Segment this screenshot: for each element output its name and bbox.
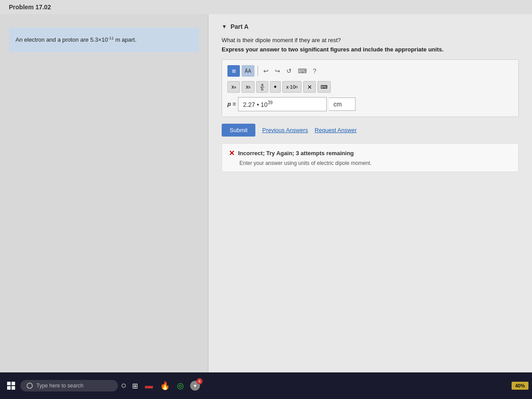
part-label: Part A [231,23,249,30]
main-content: An electron and a proton are 5.3×10-11 m… [0,14,532,387]
sci-notation-btn[interactable]: x·10n [282,81,302,93]
undo-icon[interactable]: ↩ [261,66,271,76]
answer-unit[interactable]: cm [329,98,356,111]
error-box: ✕ Incorrect; Try Again; 3 attempts remai… [222,143,519,172]
submit-button[interactable]: Submit [222,124,255,137]
firefox-icon[interactable]: 🔥 [157,377,172,394]
toolbar-separator [258,66,258,76]
battery-indicator: 40% [512,382,528,390]
clear-btn[interactable]: ✕ [303,81,316,93]
answer-value: 2.27 • 1039 [243,100,273,108]
answer-exponent: 39 [268,100,273,105]
search-icon [27,383,33,389]
answer-input[interactable]: 2.27 • 1039 [238,97,327,111]
submit-row: Submit Previous Answers Request Answer [222,124,519,137]
error-subtext: Enter your answer using units of electri… [239,160,512,166]
problem-statement: An electron and a proton are 5.3×10-11 m… [9,27,199,52]
subscript-btn[interactable]: xb [242,81,254,93]
right-panel: ▼ Part A What is their dipole moment if … [208,14,532,387]
search-text: Type here to search [36,383,83,389]
math-toolbar: xa xb a b • x·10n ✕ ⌨ [227,81,513,93]
error-icon: ✕ [229,149,235,157]
superscript-btn[interactable]: xa [227,81,240,93]
collapse-arrow-icon[interactable]: ▼ [222,23,227,30]
question-text: What is their dipole moment if they are … [222,37,519,43]
start-button[interactable] [4,378,19,393]
page-title: Problem 17.02 [0,0,532,14]
svg-rect-1 [12,382,15,385]
refresh-icon[interactable]: ↺ [284,66,294,76]
taskbar-search[interactable]: Type here to search [20,380,118,391]
part-header: ▼ Part A [222,23,519,30]
folder-icon[interactable]: ▬ [142,378,156,394]
taskbar: Type here to search ⊞ ▬ 🔥 ◎ ▼ 6 40% [0,372,532,399]
instruction-text: Express your answer to two significant f… [222,46,519,53]
redo-icon[interactable]: ↪ [273,66,282,76]
taskview-icon[interactable]: ⊞ [129,378,141,394]
previous-answers-link[interactable]: Previous Answers [262,127,308,133]
notification-badge: 6 [196,378,203,384]
task-view-button[interactable] [121,383,126,388]
dot-btn[interactable]: • [270,81,281,93]
spotify-icon[interactable]: ◎ [174,377,187,394]
answer-label: p = [227,101,236,107]
keyboard-btn[interactable]: ⌨ [317,81,331,93]
svg-rect-0 [7,382,11,385]
answer-container: ⊞ ÅÀ ↩ ↪ ↺ ⌨ ? xa xb a b • [222,59,519,117]
network-badge-container: ▼ 6 [188,379,202,392]
answer-row: p = 2.27 • 1039 cm [227,97,513,111]
left-panel: An electron and a proton are 5.3×10-11 m… [0,14,208,387]
error-header: ✕ Incorrect; Try Again; 3 attempts remai… [229,149,512,157]
request-answer-link[interactable]: Request Answer [315,127,357,133]
error-message: Incorrect; Try Again; 3 attempts remaini… [238,150,354,156]
network-icon-shape: ▼ [193,383,197,388]
help-icon[interactable]: ? [311,66,319,76]
keyboard2-icon[interactable]: ⌨ [296,66,309,76]
template-btn[interactable]: ⊞ [227,65,240,77]
svg-rect-2 [7,386,11,390]
font-btn[interactable]: ÅÀ [242,65,254,77]
svg-rect-3 [12,386,15,390]
fraction-btn[interactable]: a b [256,81,268,93]
top-toolbar: ⊞ ÅÀ ↩ ↪ ↺ ⌨ ? [227,65,513,77]
